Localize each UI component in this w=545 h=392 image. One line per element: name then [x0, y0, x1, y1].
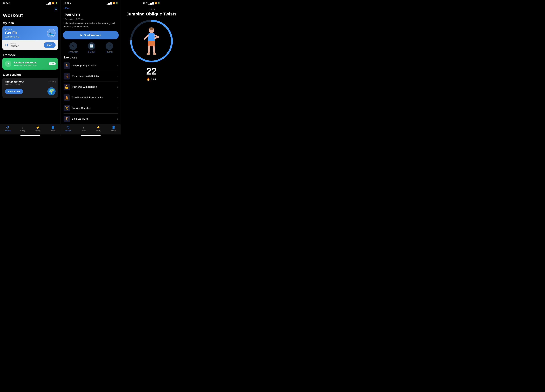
tab-profile-label-2: Profile — [111, 130, 116, 131]
exercise-thumb-2: 🤸 — [64, 73, 70, 80]
freestyle-text: Random Workouts Something fresh every ti… — [13, 61, 37, 66]
tab-activity-2[interactable]: ⚡ Activity — [91, 125, 106, 131]
tab-library-1[interactable]: ⫾ Library — [15, 125, 30, 131]
tab-bar-1: ⏱ Workout ⫾ Library ⚡ Activity 👤 Profile — [0, 124, 61, 134]
tab-activity-1[interactable]: ⚡ Activity — [30, 125, 45, 131]
exercises-section: Exercises 🏃 Jumping Oblique Twists › 🤸 R… — [61, 56, 121, 124]
status-icons-3: ▂▄▆ 📶 🔋 — [149, 2, 160, 5]
tab-profile-2[interactable]: 👤 Profile — [106, 125, 121, 131]
tab-library-label-1: Library — [20, 130, 25, 131]
tab-library-label-2: Library — [81, 130, 86, 131]
favorite-icon: ♡ — [105, 42, 113, 50]
battery-icon-3: 🔋 — [158, 2, 160, 4]
tab-workout-2[interactable]: ⏱ Workout — [61, 125, 76, 131]
exercise-name-large: Jumping Oblique Twists — [124, 11, 179, 17]
favorite-option[interactable]: ♡ Favorite — [105, 42, 113, 53]
chevron-icon-1: › — [117, 64, 118, 67]
live-card-top: Group Workout Starts at 11:00 AM FREE — [5, 80, 56, 86]
exercise-name-5: Twisting Crunches — [72, 107, 115, 110]
free-badge-freestyle: FREE — [49, 62, 56, 65]
exercise-item-1[interactable]: 🏃 Jumping Oblique Twists › — [64, 60, 118, 71]
tab-library-icon-1: ⫾ — [22, 125, 24, 129]
plan-card-top: WEEK 1 Get Fit Workout 2 of 2 👟 — [2, 26, 58, 40]
exercise-thumb-1: 🏃 — [64, 62, 70, 69]
status-bar-3: 10:51 ▂▄▆ 📶 🔋 — [140, 0, 163, 5]
exercise-counter: 1 of 12 — [124, 8, 179, 11]
tab-profile-1[interactable]: 👤 Profile — [45, 125, 61, 131]
status-time-1: 10:50 ✈ — [3, 2, 11, 4]
battery-icon-2: 🔋 — [116, 2, 118, 4]
exercise-thumb-4: 🧘 — [64, 94, 70, 101]
exercise-item-6[interactable]: 🤾 Bent Leg Twists › — [64, 114, 118, 124]
chevron-icon-4: › — [117, 96, 118, 99]
plan-info: WEEK 1 Get Fit Workout 2 of 2 — [5, 28, 19, 38]
back-label: Plan — [65, 7, 70, 10]
tab-profile-icon-1: 👤 — [51, 125, 55, 129]
rep-count: 22 — [146, 64, 157, 77]
exercise-item-2[interactable]: 🤸 Rear Lunges With Rotation › — [64, 71, 118, 82]
my-plan-label: My Plan — [0, 20, 61, 26]
globe-icon: 🌍 — [47, 87, 56, 95]
tab-workout-label-2: Workout — [65, 130, 71, 131]
announcer-label: Announcer — [68, 51, 78, 53]
home-indicator-2 — [81, 135, 101, 136]
tab-profile-label-1: Profile — [51, 130, 55, 131]
live-time: Starts at 11:00 AM — [5, 84, 24, 86]
favorite-label: Favorite — [106, 51, 113, 53]
start-workout-label: Start Workout — [84, 34, 101, 37]
wifi-icon-2: 📶 — [112, 2, 115, 4]
workout-description: Twists and rotations for a flexible spin… — [61, 22, 121, 31]
shoe-icon: 👟 — [47, 29, 56, 37]
live-info: Group Workout Starts at 11:00 AM — [5, 80, 24, 86]
svg-point-10 — [153, 53, 156, 55]
tab-workout-icon-2: ⏱ — [67, 125, 70, 129]
next-up-info: ↺ Next up Twister — [5, 43, 19, 48]
circuit-label: 1 Circuit — [88, 51, 95, 53]
svg-point-1 — [149, 27, 154, 30]
workout-detail-title: Twister — [61, 11, 121, 18]
calorie-row: 🔥 1 cal — [146, 77, 156, 81]
exercise-item-5[interactable]: 🏋 Twisting Crunches › — [64, 103, 118, 114]
tab-workout-1[interactable]: ⏱ Workout — [0, 125, 15, 131]
workout-meta: 12 exercises, 7:50 min — [61, 18, 121, 22]
chevron-icon-3: › — [117, 86, 118, 88]
tab-library-2[interactable]: ⫾ Library — [76, 125, 91, 131]
exercise-item-4[interactable]: 🧘 Side Plank With Reach Under › — [64, 92, 118, 103]
circuit-option[interactable]: 🔄 1 Circuit — [88, 42, 95, 53]
exercises-title: Exercises — [64, 56, 118, 59]
next-up-name: Twister — [10, 45, 19, 48]
signal-icon-1: ▂▄▆ — [46, 2, 51, 5]
circuit-icon: 🔄 — [88, 42, 95, 50]
remind-button[interactable]: Remind Me — [5, 89, 23, 94]
week-label: WEEK 1 — [5, 28, 19, 30]
chevron-icon-2: › — [117, 75, 118, 78]
exercise-item-3[interactable]: 💪 Push-Ups With Rotation › — [64, 82, 118, 92]
time-display-3: 10:51 — [143, 2, 149, 4]
status-time-3: 10:51 — [143, 2, 149, 4]
wifi-icon-1: 📶 — [52, 2, 54, 4]
start-workout-button[interactable]: ▶ Start Workout — [63, 31, 119, 39]
freestyle-card[interactable]: ✦ Random Workouts Something fresh every … — [2, 58, 58, 69]
settings-icon[interactable]: ⚙ — [54, 6, 58, 11]
tab-library-icon-2: ⫾ — [82, 125, 84, 129]
battery-icon-1: 🔋 — [55, 2, 58, 4]
tab-bar-2: ⏱ Workout ⫾ Library ⚡ Activity 👤 Profile — [61, 124, 121, 134]
live-session-label: Live Session — [0, 71, 61, 78]
exercise-thumb-6: 🤾 — [64, 116, 70, 122]
live-title: Group Workout — [5, 80, 24, 83]
tab-activity-icon-2: ⚡ — [96, 125, 100, 129]
live-card[interactable]: Group Workout Starts at 11:00 AM FREE Re… — [2, 78, 58, 98]
exercise-list: 🏃 Jumping Oblique Twists › 🤸 Rear Lunges… — [64, 60, 118, 124]
calorie-count: 1 cal — [151, 78, 156, 81]
location-icon-1: ✈ — [9, 2, 11, 4]
plan-card[interactable]: WEEK 1 Get Fit Workout 2 of 2 👟 ↺ Next u… — [2, 26, 58, 50]
svg-rect-2 — [148, 33, 155, 41]
exercise-detail-header: 1 of 12 Jumping Oblique Twists — [121, 5, 182, 18]
time-display-2: 10:51 — [64, 2, 69, 4]
exercise-thumb-5: 🏋 — [64, 105, 70, 112]
announcer-icon: 🎙 — [69, 42, 77, 50]
back-button[interactable]: ‹ Plan — [61, 5, 121, 11]
exercise-name-4: Side Plank With Reach Under — [72, 96, 115, 99]
start-button[interactable]: Start — [44, 42, 56, 48]
announcer-option[interactable]: 🎙 Announcer — [68, 42, 78, 53]
